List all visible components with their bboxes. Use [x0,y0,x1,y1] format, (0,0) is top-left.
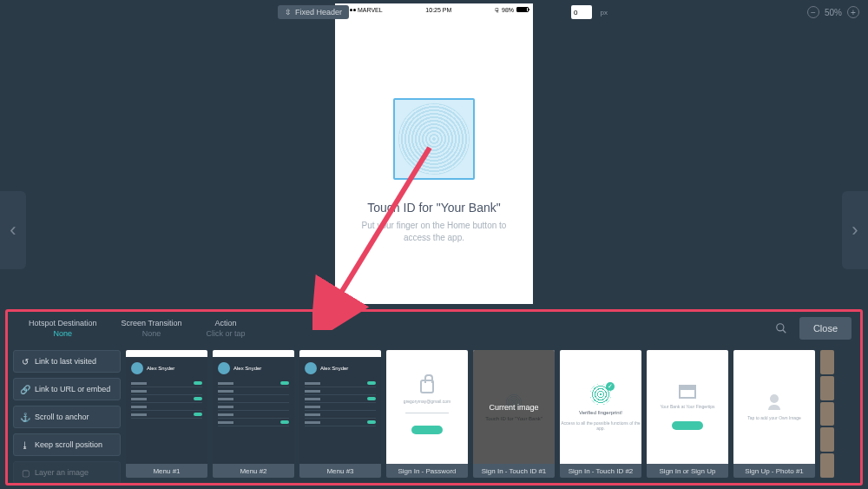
prev-screen-button[interactable]: ‹ [0,191,26,269]
history-icon: ↺ [21,357,30,366]
touch-id-title: Touch ID for "Your Bank" [335,201,533,215]
thumb-signin-signup[interactable]: Your Bank at Your Fingertips Sign In or … [647,350,728,478]
layer-icon: ▢ [21,468,30,477]
fingerprint-icon [398,103,470,175]
zoom-controls: − 50% + [807,6,859,18]
thumb-signin-password[interactable]: gregorymay@gmail.com Sign In - Password [386,350,468,478]
layer-an-image: ▢Layer an image [13,461,121,483]
thumb-menu-2[interactable]: Alex Snyder Menu #2 [213,350,294,478]
fixed-header-label: Fixed Header [295,8,342,17]
link-url-embed[interactable]: 🔗Link to URL or embed [13,378,121,400]
touch-id-screen: Touch ID for "Your Bank" Put your finger… [335,16,533,244]
keep-scroll-position[interactable]: ⭳Keep scroll position [13,433,121,456]
thumb-touchid-2[interactable]: Verified fingerprint!Access to all the p… [560,350,641,478]
next-screen-button[interactable]: › [842,191,868,269]
link-icon: 🔗 [21,385,30,393]
fingerprint-hotspot[interactable] [393,98,475,180]
offset-input[interactable] [571,5,592,19]
zoom-in-button[interactable]: + [847,6,859,18]
panel-header: Hotspot Destination None Screen Transiti… [8,312,860,345]
touch-id-subtitle: Put your finger on the Home button to ac… [335,220,533,244]
hotspot-panel: Hotspot Destination None Screen Transiti… [5,309,863,486]
tab-screen-transition[interactable]: Screen Transition None [109,319,194,338]
scroll-to-anchor[interactable]: ⚓Scroll to anchor [13,406,121,428]
top-bar: ⇳ Fixed Header px − 50% + [0,3,868,21]
anchor-icon: ⚓ [21,413,30,421]
tab-hotspot-destination[interactable]: Hotspot Destination None [16,319,109,338]
close-button[interactable]: Close [799,317,852,340]
panel-body: ↺Link to last visited 🔗Link to URL or em… [8,345,860,483]
px-label: px [601,9,608,17]
phone-mockup: MARVEL 10:25 PM ⚼ 98% Touch ID for "Your… [335,3,533,304]
thumb-menu-3[interactable]: Alex Snyder Menu #3 [299,350,381,478]
link-options: ↺Link to last visited 🔗Link to URL or em… [13,350,121,478]
resize-icon: ⇳ [285,8,292,17]
zoom-level: 50% [825,8,842,17]
thumb-partial[interactable] [820,350,834,478]
current-image-overlay: Current image [473,350,555,464]
svg-point-1 [777,324,784,331]
thumb-touchid-1[interactable]: Touch ID for "Your Bank"Current image Si… [473,350,555,478]
search-icon[interactable] [770,317,792,340]
zoom-out-button[interactable]: − [807,6,819,18]
fixed-header-toggle[interactable]: ⇳ Fixed Header [278,5,349,19]
link-last-visited[interactable]: ↺Link to last visited [13,350,121,373]
svg-line-2 [783,330,786,334]
thumb-signup-photo-1[interactable]: Tap to add your Own Image Sign Up - Phot… [733,350,815,478]
scroll-icon: ⭳ [21,440,30,449]
thumb-menu-1[interactable]: Alex Snyder Menu #1 [126,350,207,478]
thumbnail-list: Alex Snyder Menu #1 Alex Snyder Menu #2 … [126,350,855,478]
tab-action[interactable]: Action Click or tap [194,319,258,338]
